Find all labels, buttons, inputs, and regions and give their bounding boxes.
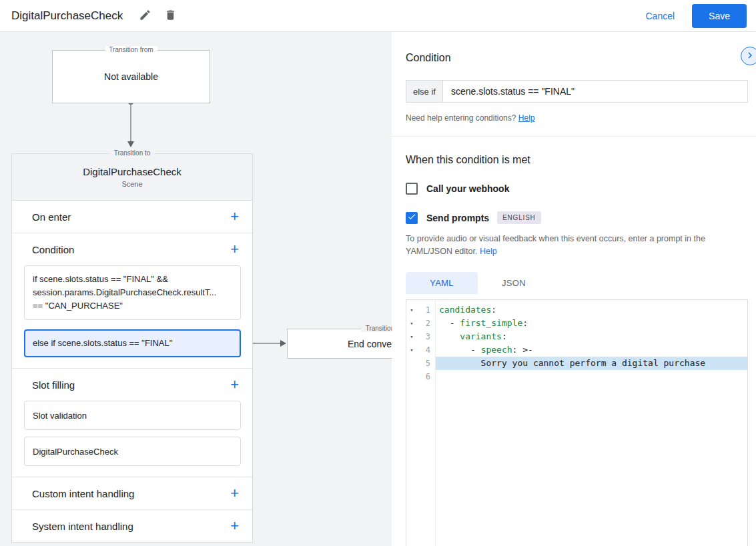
slot-validation-box[interactable]: Slot validation [24,401,241,430]
code-line[interactable] [436,370,747,383]
editor-gutter: ▾1▾2▾3▾456 [406,300,436,546]
yaml-editor[interactable]: ▾1▾2▾3▾456 candidates: - first_simple: v… [406,299,748,546]
panel-heading: Condition [406,52,748,64]
send-prompts-checkbox[interactable] [406,212,418,224]
add-system-intent-button[interactable]: + [225,517,244,535]
webhook-row: Call your webhook [406,183,748,195]
section-condition: Condition + if scene.slots.status == "FI… [12,233,252,369]
check-icon [407,212,416,224]
code-token: variants [460,331,502,341]
scene-name: DigitalPurchaseCheck [83,166,181,177]
condition-if-box[interactable]: if scene.slots.status == "FINAL" && sess… [24,265,241,320]
add-custom-intent-button[interactable]: + [225,485,244,502]
tab-json[interactable]: JSON [478,272,550,294]
transition-from-value: Not available [104,71,158,82]
transition-from-label: Transition from [105,46,157,53]
trash-icon [164,9,177,23]
code-token: : [502,331,507,341]
condition-input[interactable] [443,81,747,102]
help-question: Need help entering conditions? [406,113,516,123]
gutter-row: ▾1 [406,303,435,317]
section-on-enter: On enter + [12,201,252,233]
add-on-enter-button[interactable]: + [225,208,244,225]
pencil-icon [139,9,151,23]
section-custom-intent: Custom intent handling + [12,477,252,510]
code-token: Sorry you cannot perform a digital purch… [439,358,705,368]
gutter-row: ▾2 [406,317,435,330]
code-line[interactable]: variants: [436,330,747,343]
code-token: candidates [439,305,491,315]
end-conversation-node[interactable]: Transition to End conversation [287,329,392,359]
gutter-row: ▾3 [406,330,435,343]
panel-divider [392,136,756,137]
chevron-right-icon [744,49,756,63]
send-prompts-row: Send prompts ENGLISH [406,211,748,224]
add-condition-button[interactable]: + [225,241,244,258]
line-number: 2 [417,319,435,328]
plus-icon: + [230,376,239,393]
slot-filling-title: Slot filling [32,379,75,391]
code-token: : >- [512,345,533,355]
save-button[interactable]: Save [692,4,747,28]
condition-prefix: else if [406,81,443,102]
edit-title-button[interactable] [133,5,156,27]
line-number: 3 [417,332,435,341]
scene-card-header[interactable]: DigitalPurchaseCheck Scene [12,154,252,201]
conditions-help-link[interactable]: Help [518,113,535,123]
code-line[interactable]: candidates: [436,303,747,317]
condition-panel: Condition else if Need help entering con… [392,32,756,546]
webhook-checkbox[interactable] [406,183,418,195]
plus-icon: + [230,208,239,225]
webhook-label: Call your webhook [426,183,509,194]
tab-yaml[interactable]: YAML [406,272,478,294]
code-line[interactable]: - first_simple: [436,317,747,330]
cancel-button[interactable]: Cancel [637,5,683,27]
end-node-transition-label: Transition to [362,325,392,332]
line-number: 6 [417,372,435,381]
prompt-note: To provide audio or visual feedback when… [406,233,744,259]
prompt-note-text: To provide audio or visual feedback when… [406,234,705,256]
code-token [439,331,460,341]
fold-toggle-icon[interactable]: ▾ [406,307,417,313]
line-number: 5 [417,359,435,368]
end-node-value: End conversation [348,339,392,349]
on-enter-title: On enter [32,211,71,223]
topbar: DigitalPurchaseCheck Cancel Save [0,0,756,32]
condition-if-line: session.params.DigitalPurchaseCheck.resu… [33,286,232,299]
add-slot-button[interactable]: + [225,376,244,393]
code-token: : [491,305,496,315]
line-number: 1 [417,305,435,315]
system-intent-title: System intent handling [32,521,133,532]
section-system-intent: System intent handling + [12,510,252,542]
gutter-row: ▾4 [406,343,435,357]
section-slot-filling: Slot filling + Slot validation DigitalPu… [12,369,252,477]
fold-toggle-icon[interactable]: ▾ [406,320,417,327]
condition-if-line: == "CAN_PURCHASE" [33,299,232,313]
condition-title: Condition [32,244,74,255]
panel-collapse-button[interactable] [741,47,756,65]
fold-toggle-icon[interactable]: ▾ [406,333,417,340]
condition-met-heading: When this condition is met [406,154,748,166]
plus-icon: + [230,241,239,257]
transition-from-node[interactable]: Transition from Not available [52,50,210,103]
conditions-help-line: Need help entering conditions? Help [406,113,748,123]
editor-tabs: YAML JSON [406,272,748,294]
slot-item-box[interactable]: DigitalPurchaseCheck [24,437,241,466]
delete-scene-button[interactable] [159,5,181,27]
prompt-help-link[interactable]: Help [480,247,497,256]
fold-toggle-icon[interactable]: ▾ [406,347,417,353]
code-token: - [439,318,460,328]
condition-elseif-box[interactable]: else if scene.slots.status == "FINAL" [24,329,241,357]
language-badge: ENGLISH [497,211,541,224]
plus-icon: + [230,517,239,534]
editor-code[interactable]: candidates: - first_simple: variants: - … [436,300,747,546]
condition-if-line: if scene.slots.status == "FINAL" && [33,273,232,286]
custom-intent-title: Custom intent handling [32,488,134,499]
plus-icon: + [230,485,239,501]
code-line[interactable]: - speech: >- [436,343,747,357]
code-token: : [522,318,528,328]
scene-card: Transition to DigitalPurchaseCheck Scene… [11,153,253,543]
code-line[interactable]: Sorry you cannot perform a digital purch… [436,357,747,370]
line-number: 4 [417,345,435,355]
scene-type: Scene [121,180,142,188]
